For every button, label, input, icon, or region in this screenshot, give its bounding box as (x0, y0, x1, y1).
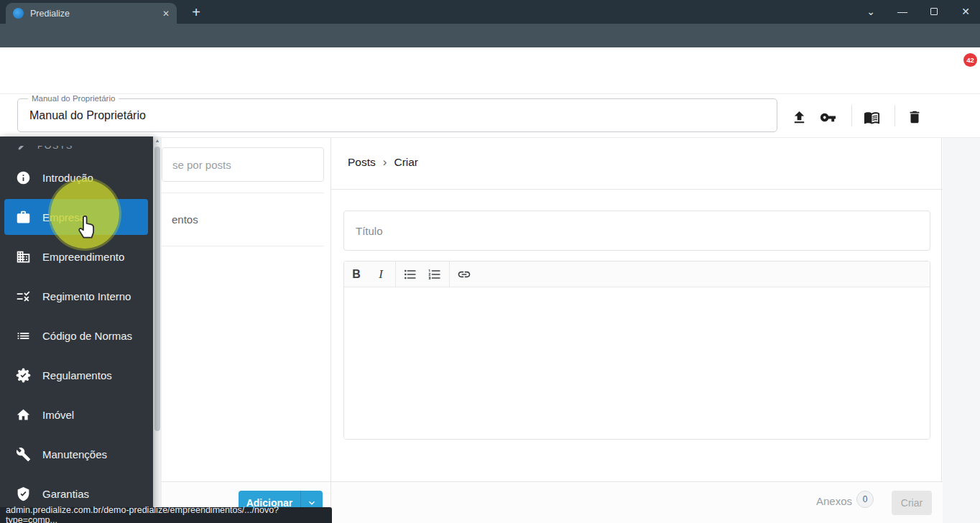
pencil-icon (17, 146, 27, 151)
posts-list-panel: entos Adicionar (162, 136, 330, 523)
sidebar-item-label: Código de Normas (42, 330, 132, 342)
divider (331, 189, 943, 190)
app-header (0, 47, 980, 93)
upload-icon (791, 109, 808, 126)
book-icon (864, 109, 880, 126)
bullet-list-icon (403, 267, 417, 282)
scrollbar-thumb[interactable] (154, 147, 160, 431)
shield-check-icon (16, 486, 31, 501)
sidebar-item-label: Garantias (42, 488, 89, 500)
rule-icon (16, 289, 31, 304)
seal-check-icon (16, 368, 31, 383)
notification-count-badge: 42 (963, 53, 977, 67)
link-button[interactable] (452, 262, 476, 287)
numbered-list-icon (427, 267, 442, 282)
italic-button[interactable]: I (369, 262, 393, 287)
attachments-label[interactable]: Anexos (816, 495, 852, 507)
title-input[interactable] (344, 211, 930, 250)
browser-toolbar: admin.predialize.com.br/demo-predialize/… (0, 24, 980, 47)
wrench-icon (16, 447, 31, 462)
page-gutter (943, 136, 980, 523)
sidebar-item-label: Regulamentos (42, 369, 112, 381)
link-icon (457, 267, 471, 282)
breadcrumb-criar: Criar (394, 156, 418, 169)
breadcrumb: Posts › Criar (348, 155, 418, 170)
key-icon (820, 109, 836, 126)
post-editor-panel: Posts › Criar B I (330, 136, 942, 523)
browser-tab-strip: Predialize ✕ + ⌄ — ✕ (0, 0, 980, 24)
posts-search-input[interactable] (162, 148, 323, 181)
sidebar-item-label: Imóvel (42, 409, 74, 421)
post-list-item[interactable]: entos (162, 193, 324, 246)
briefcase-icon (16, 210, 31, 225)
manual-title-bar: Manual do Proprietário (0, 93, 980, 138)
window-close-button[interactable]: ✕ (951, 0, 980, 23)
status-url-text: admin.predialize.com.br/demo-predialize/… (6, 505, 326, 523)
hand-cursor (75, 211, 101, 243)
title-field[interactable] (343, 210, 930, 251)
sidebar-item-label: Empreendimento (42, 251, 124, 263)
info-icon (16, 170, 31, 185)
tab-title: Predialize (30, 9, 156, 19)
editor-footer: Anexos 0 Criar (331, 481, 943, 523)
window-restore-button[interactable] (920, 0, 948, 23)
editor-toolbar: B I (344, 262, 930, 287)
window-minimize-button[interactable]: — (888, 0, 917, 23)
sidebar-item-imovel[interactable]: Imóvel (4, 397, 148, 432)
rich-text-editor[interactable]: B I (343, 261, 930, 440)
scroll-up-arrow[interactable]: ▲ (153, 138, 162, 143)
sidebar-item-regulamentos[interactable]: Regulamentos (4, 357, 148, 393)
tab-close-icon[interactable]: ✕ (162, 9, 170, 19)
scrollbar[interactable]: ▲ (153, 136, 162, 523)
status-bar: admin.predialize.com.br/demo-predialize/… (0, 507, 332, 523)
sidebar-item-manutencoes[interactable]: Manutenções (4, 436, 148, 472)
manual-name-field[interactable]: Manual do Proprietário (17, 98, 777, 132)
breadcrumb-chevron: › (383, 155, 387, 170)
sidebar-item-label: Regimento Interno (42, 290, 131, 302)
home-icon (16, 407, 31, 422)
sidebar-item-codigo-de-normas[interactable]: Código de Normas (4, 318, 148, 353)
upload-button[interactable] (787, 106, 811, 128)
breadcrumb-posts[interactable]: Posts (348, 156, 376, 169)
toolbar-separator (895, 105, 895, 126)
attachments-count-badge: 0 (856, 491, 874, 508)
list-icon (16, 328, 31, 343)
sidebar-item-label: Manutenções (42, 448, 107, 460)
window-menu-chevron-icon[interactable]: ⌄ (856, 0, 885, 23)
delete-button[interactable] (902, 106, 927, 128)
new-tab-button[interactable]: + (187, 3, 205, 22)
posts-search-field[interactable] (162, 147, 324, 182)
drawer-section-label: POSTS (37, 146, 73, 151)
book-button[interactable] (859, 106, 884, 128)
sidebar-item-regimento-interno[interactable]: Regimento Interno (4, 278, 148, 314)
numbered-list-button[interactable] (422, 262, 447, 287)
key-button[interactable] (815, 106, 840, 128)
drawer-section-header: POSTS (0, 146, 153, 155)
trash-icon (907, 109, 923, 125)
manual-name-input[interactable] (18, 99, 777, 131)
building-icon (16, 249, 31, 264)
toolbar-separator (851, 105, 852, 126)
browser-tab[interactable]: Predialize ✕ (6, 3, 177, 24)
bold-button[interactable]: B (344, 262, 369, 287)
create-button[interactable]: Criar (892, 491, 932, 515)
tab-favicon (13, 8, 24, 19)
screen: Predialize ✕ + ⌄ — ✕ admin.predialize.co… (0, 0, 980, 523)
bullet-list-button[interactable] (398, 262, 422, 287)
editor-content-area[interactable] (344, 287, 930, 440)
